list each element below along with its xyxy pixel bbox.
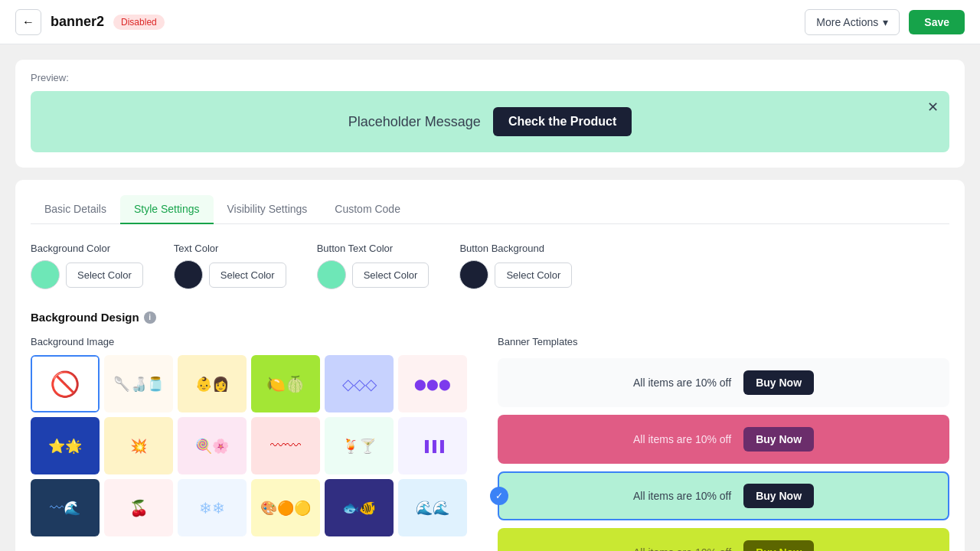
button-text-color-label: Button Text Color [317,243,430,254]
button-text-color-field: Button Text Color Select Color [317,243,430,289]
button-bg-color-swatch[interactable] [459,260,488,289]
color-settings-row: Background Color Select Color Text Color… [31,243,949,289]
tab-basic-details[interactable]: Basic Details [31,195,120,224]
background-color-label: Background Color [31,243,143,254]
button-bg-color-button[interactable]: Select Color [495,262,572,288]
tab-custom-code[interactable]: Custom Code [321,195,414,224]
template-item-white[interactable]: All items are 10% off Buy Now [498,358,949,407]
image-item-fish[interactable]: 🐟🐠 [325,479,394,536]
button-text-color-swatch[interactable] [317,260,346,289]
image-item-diamonds[interactable]: ◇◇◇ [325,355,394,412]
image-grid: 🚫 🥄🍶🫙 👶👩 🍋🍈 [31,355,467,536]
image-item-seawave[interactable]: 🌊🌊 [398,479,467,536]
tab-style-settings[interactable]: Style Settings [120,195,214,224]
app-header: ← banner2 Disabled More Actions ▾ Save [0,0,980,44]
text-color-label: Text Color [174,243,286,254]
info-icon: i [144,311,156,324]
text-color-field: Text Color Select Color [174,243,286,289]
preview-banner-button[interactable]: Check the Product [493,107,632,136]
template-list: All items are 10% off Buy Now All items … [498,358,949,551]
back-button[interactable]: ← [15,9,41,35]
more-actions-button[interactable]: More Actions ▾ [805,9,900,35]
save-button[interactable]: Save [909,10,965,34]
button-bg-color-label: Button Background [459,243,572,254]
image-item-waves-dark[interactable]: 〰🌊 [31,479,100,536]
template-item-yellow[interactable]: All items are 10% off Buy Now [498,528,949,551]
preview-card: Preview: Placeholder Message Check the P… [15,60,965,168]
template-text-mint: All items are 10% off [633,490,731,502]
settings-card: Basic Details Style Settings Visibility … [15,180,965,551]
image-item-splash[interactable]: 💥 [104,417,173,474]
template-item-pink[interactable]: All items are 10% off Buy Now [498,415,949,464]
template-btn-mint[interactable]: Buy Now [743,484,814,508]
page-title: banner2 [51,14,104,30]
background-color-button[interactable]: Select Color [66,262,143,288]
button-text-color-button[interactable]: Select Color [352,262,430,288]
template-text-white: All items are 10% off [633,377,731,389]
text-color-swatch[interactable] [174,260,203,289]
design-layout: Background Image 🚫 🥄🍶🫙 👶👩 [31,336,949,551]
template-btn-white[interactable]: Buy Now [743,370,814,395]
button-bg-color-field: Button Background Select Color [459,243,572,289]
background-color-swatch[interactable] [31,260,60,289]
preview-close-button[interactable]: ✕ [927,99,939,116]
image-item-abstract[interactable]: 🎨🟠🟡 [251,479,320,536]
banner-templates-label: Banner Templates [498,336,949,347]
image-item-cherry[interactable]: 🍒 [104,479,173,536]
image-item-food[interactable]: 🥄🍶🫙 [104,355,173,412]
banner-templates-section: Banner Templates All items are 10% off B… [498,336,949,551]
image-item-lime[interactable]: 🍋🍈 [251,355,320,412]
bg-image-label: Background Image [31,336,467,347]
background-color-field: Background Color Select Color [31,243,143,289]
tab-bar: Basic Details Style Settings Visibility … [31,195,949,224]
main-content: Preview: Placeholder Message Check the P… [0,44,980,551]
image-item-candy[interactable]: 🍭🌸 [178,417,247,474]
image-item-faces[interactable]: 👶👩 [178,355,247,412]
preview-label: Preview: [31,72,949,83]
template-text-yellow: All items are 10% off [633,546,731,551]
image-item-circles[interactable]: ⬤⬤⬤ [398,355,467,412]
preview-banner-text: Placeholder Message [348,114,481,130]
template-item-mint[interactable]: ✓ All items are 10% off Buy Now [498,471,949,520]
image-item-snowflake[interactable]: ❄❄ [178,479,247,536]
template-btn-yellow[interactable]: Buy Now [743,540,814,551]
bg-image-section: Background Image 🚫 🥄🍶🫙 👶👩 [31,336,467,551]
image-item-cocktail[interactable]: 🍹🍸 [325,417,394,474]
preview-banner: Placeholder Message Check the Product ✕ [31,91,949,152]
bg-design-title: Background Design i [31,311,949,324]
tab-visibility-settings[interactable]: Visibility Settings [214,195,322,224]
template-text-pink: All items are 10% off [633,433,731,445]
image-item-zigzag[interactable]: 〰〰 [251,417,320,474]
chevron-down-icon: ▾ [883,16,888,28]
template-check-icon: ✓ [490,487,508,505]
text-color-button[interactable]: Select Color [209,262,286,288]
status-badge: Disabled [113,15,165,30]
template-btn-pink[interactable]: Buy Now [743,427,814,452]
image-item-none[interactable]: 🚫 [31,355,100,412]
image-item-blue-stars[interactable]: ⭐🌟 [31,417,100,474]
image-item-purple[interactable]: ▐▐▐ [398,417,467,474]
